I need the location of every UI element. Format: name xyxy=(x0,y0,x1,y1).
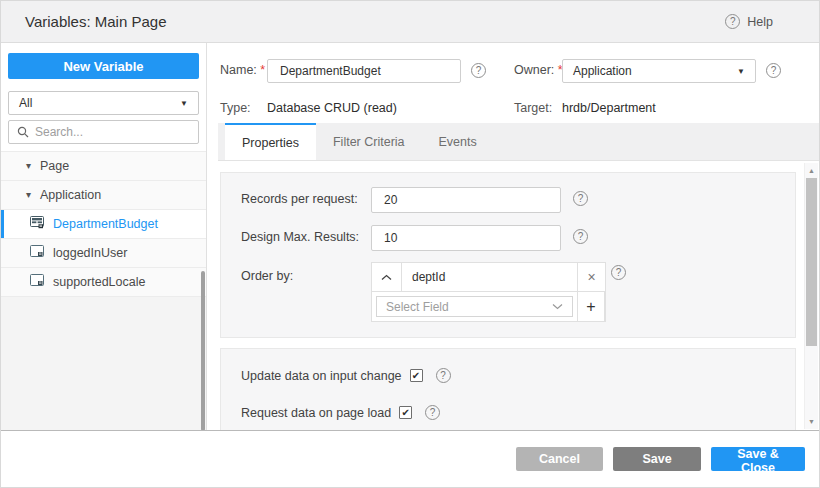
page-title: Variables: Main Page xyxy=(25,13,166,30)
variable-filter-value: All xyxy=(19,96,32,110)
sidebar-controls: New Variable All ▼ Search... xyxy=(1,43,206,151)
new-variable-button[interactable]: New Variable xyxy=(8,53,199,79)
cancel-button[interactable]: Cancel xyxy=(516,447,603,471)
owner-value: Application xyxy=(573,64,632,78)
chevron-up-icon xyxy=(381,274,392,281)
update-on-input-label: Update data on input change xyxy=(241,369,402,383)
records-per-request-label: Records per request: xyxy=(241,192,358,206)
static-variable-icon xyxy=(30,274,44,290)
tree-item-loggedinuser[interactable]: loggedInUser xyxy=(1,239,206,268)
add-field-button[interactable]: + xyxy=(578,292,605,321)
variables-sidebar: New Variable All ▼ Search... ▾ Page ▾ Ap… xyxy=(1,43,207,430)
tree-item-label: loggedInUser xyxy=(53,246,127,260)
static-variable-icon xyxy=(30,245,44,261)
order-by-select-cell: Select Field xyxy=(372,292,578,321)
help-button[interactable]: ? Help xyxy=(725,14,795,29)
scroll-down-icon[interactable]: ▼ xyxy=(805,418,818,425)
update-on-input-help-icon[interactable]: ? xyxy=(436,368,451,383)
dialog-header: Variables: Main Page ? Help xyxy=(1,1,819,43)
crud-variable-icon xyxy=(30,216,44,232)
tree-item-supportedlocale[interactable]: supportedLocale xyxy=(1,268,206,297)
owner-label: Owner: * xyxy=(514,63,563,77)
caret-down-icon: ▼ xyxy=(180,99,188,108)
dialog-footer: Cancel Save Save & Close xyxy=(1,430,819,487)
request-on-load-help-icon[interactable]: ? xyxy=(425,405,440,420)
content-scrollbar[interactable]: ▲ ▼ xyxy=(804,163,818,429)
scroll-up-icon[interactable]: ▲ xyxy=(805,167,818,174)
check-icon: ✔ xyxy=(401,408,409,418)
scrollbar-thumb[interactable] xyxy=(806,178,817,346)
help-label: Help xyxy=(747,15,773,29)
search-placeholder: Search... xyxy=(35,125,83,139)
collapse-caret-icon[interactable]: ▾ xyxy=(26,190,31,200)
remove-field-button[interactable]: × xyxy=(578,263,605,292)
name-input[interactable]: DepartmentBudget xyxy=(267,59,461,83)
save-button[interactable]: Save xyxy=(613,447,701,471)
records-per-request-input[interactable]: 20 xyxy=(371,187,561,213)
type-label: Type: xyxy=(220,101,251,115)
update-on-input-row: Update data on input change ✔ ? xyxy=(241,368,451,383)
sidebar-scrollbar-thumb[interactable] xyxy=(201,271,205,430)
properties-tab-panel: Records per request: 20 ? Design Max. Re… xyxy=(208,162,819,430)
variable-detail-pane: Name: * DepartmentBudget ? Owner: * Appl… xyxy=(208,43,819,430)
caret-down-icon: ▼ xyxy=(737,67,745,76)
update-on-input-checkbox[interactable]: ✔ xyxy=(410,369,423,382)
tab-properties[interactable]: Properties xyxy=(225,123,316,160)
design-max-results-help-icon[interactable]: ? xyxy=(573,229,588,244)
request-on-load-label: Request data on page load xyxy=(241,406,391,420)
design-max-results-label: Design Max. Results: xyxy=(241,230,359,244)
tree-item-label: supportedLocale xyxy=(53,275,145,289)
request-on-load-checkbox[interactable]: ✔ xyxy=(399,406,412,419)
order-by-widget: deptId × Select Field + xyxy=(371,262,606,322)
owner-select[interactable]: Application ▼ xyxy=(562,59,756,83)
tree-item-label: DepartmentBudget xyxy=(53,217,158,231)
variables-tree: ▾ Page ▾ Application DepartmentBudget lo… xyxy=(1,151,206,297)
collapse-caret-icon[interactable]: ▾ xyxy=(26,161,31,171)
owner-help-icon[interactable]: ? xyxy=(766,63,781,78)
tab-filter-criteria[interactable]: Filter Criteria xyxy=(316,123,422,160)
variables-dialog: Variables: Main Page ? Help New Variable… xyxy=(0,0,820,488)
name-label: Name: * xyxy=(220,63,265,77)
target-label: Target: xyxy=(514,101,552,115)
tree-group-application[interactable]: ▾ Application xyxy=(1,181,206,210)
behavior-settings-group: Update data on input change ✔ ? Request … xyxy=(220,348,796,430)
design-max-results-input[interactable]: 10 xyxy=(371,225,561,251)
request-on-load-row: Request data on page load ✔ ? xyxy=(241,405,440,420)
search-icon xyxy=(17,126,29,138)
required-asterisk: * xyxy=(260,63,265,77)
order-by-field-input[interactable]: deptId xyxy=(402,263,578,292)
type-value: Database CRUD (read) xyxy=(267,101,397,115)
select-field-placeholder: Select Field xyxy=(386,300,449,314)
tree-item-departmentbudget[interactable]: DepartmentBudget xyxy=(1,210,206,239)
check-icon: ✔ xyxy=(412,371,420,381)
tree-group-label: Application xyxy=(40,188,101,202)
save-and-close-button[interactable]: Save & Close xyxy=(711,447,805,471)
help-circle-icon: ? xyxy=(725,14,740,29)
tree-group-label: Page xyxy=(40,159,69,173)
data-settings-group: Records per request: 20 ? Design Max. Re… xyxy=(220,172,796,338)
variable-filter-select[interactable]: All ▼ xyxy=(8,91,199,115)
sort-direction-button[interactable] xyxy=(372,263,402,292)
target-value: hrdb/Department xyxy=(562,101,656,115)
chevron-down-icon xyxy=(552,303,563,310)
tree-group-page[interactable]: ▾ Page xyxy=(1,152,206,181)
order-by-help-icon[interactable]: ? xyxy=(611,265,626,280)
select-field-dropdown[interactable]: Select Field xyxy=(376,296,573,317)
detail-tabs: Properties Filter Criteria Events xyxy=(218,123,819,161)
order-by-label: Order by: xyxy=(241,269,293,283)
name-help-icon[interactable]: ? xyxy=(471,63,486,78)
tab-events[interactable]: Events xyxy=(422,123,494,160)
records-per-request-help-icon[interactable]: ? xyxy=(573,191,588,206)
search-input[interactable]: Search... xyxy=(8,120,199,144)
